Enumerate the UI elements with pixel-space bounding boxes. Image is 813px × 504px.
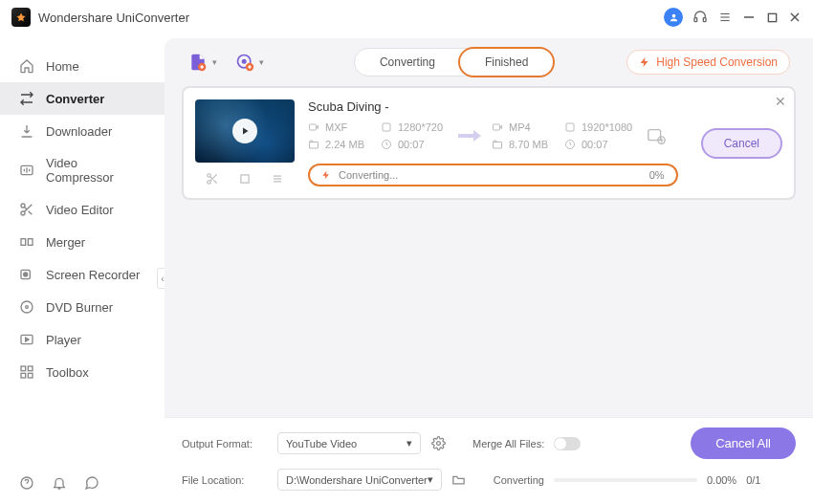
gear-icon[interactable] bbox=[430, 436, 446, 451]
minimize-icon[interactable] bbox=[742, 11, 756, 24]
disc-icon bbox=[19, 299, 34, 315]
user-avatar[interactable] bbox=[664, 8, 683, 27]
svg-rect-7 bbox=[768, 13, 776, 21]
merge-toggle[interactable] bbox=[554, 437, 581, 450]
maximize-icon[interactable] bbox=[765, 11, 779, 24]
merge-label: Merge All Files: bbox=[472, 438, 544, 449]
sidebar-item-merger[interactable]: Merger bbox=[0, 226, 165, 258]
app-logo bbox=[11, 8, 31, 27]
more-icon[interactable] bbox=[271, 172, 284, 186]
sidebar-item-recorder[interactable]: Screen Recorder bbox=[0, 258, 165, 291]
task-list: ✕ Scuba Diving - MXF bbox=[165, 86, 813, 417]
svg-rect-14 bbox=[28, 239, 33, 246]
sidebar-item-downloader[interactable]: Downloader bbox=[0, 115, 165, 147]
add-dvd-button[interactable] bbox=[234, 52, 255, 73]
sidebar-item-label: Toolbox bbox=[46, 365, 89, 380]
sidebar-item-label: Converter bbox=[46, 92, 104, 106]
svg-rect-22 bbox=[21, 373, 26, 378]
bottom-bar: Output Format: YouTube Video▾ Merge All … bbox=[165, 417, 813, 504]
record-icon bbox=[19, 267, 34, 282]
tab-finished[interactable]: Finished bbox=[458, 47, 555, 77]
main-panel: ▾ ▾ Converting Finished High Speed Conve… bbox=[165, 38, 813, 504]
svg-point-18 bbox=[26, 306, 29, 309]
svg-point-12 bbox=[21, 211, 25, 215]
svg-rect-39 bbox=[566, 123, 574, 131]
task-card: ✕ Scuba Diving - MXF bbox=[182, 86, 796, 200]
sidebar-item-label: Downloader bbox=[46, 124, 112, 139]
add-file-button[interactable] bbox=[187, 52, 209, 73]
file-specs: MXF 2.24 MB 1280*720 00:07 MP4 8.70 MB bbox=[308, 121, 678, 150]
sidebar-item-dvd[interactable]: DVD Burner bbox=[0, 291, 165, 323]
sidebar-item-home[interactable]: Home bbox=[0, 50, 165, 82]
sidebar-item-converter[interactable]: Converter bbox=[0, 82, 165, 115]
file-title: Scuba Diving - bbox=[308, 99, 678, 114]
sidebar-item-player[interactable]: Player bbox=[0, 323, 165, 356]
svg-point-27 bbox=[243, 60, 246, 63]
output-format-label: Output Format: bbox=[182, 438, 268, 449]
svg-rect-20 bbox=[21, 366, 26, 371]
overall-progress bbox=[554, 478, 697, 482]
file-location-label: File Location: bbox=[182, 474, 268, 486]
svg-point-43 bbox=[436, 442, 440, 446]
overall-count: 0/1 bbox=[746, 474, 760, 486]
cut-icon[interactable] bbox=[206, 172, 219, 186]
app-title: Wondershare UniConverter bbox=[38, 11, 189, 25]
download-icon bbox=[19, 123, 34, 139]
svg-rect-13 bbox=[21, 239, 26, 246]
sidebar-item-label: Video Compressor bbox=[46, 156, 145, 185]
close-icon[interactable]: ✕ bbox=[775, 94, 786, 109]
tab-converting[interactable]: Converting bbox=[355, 49, 460, 76]
headset-icon[interactable] bbox=[692, 10, 708, 25]
video-thumbnail[interactable] bbox=[195, 99, 295, 163]
converter-icon bbox=[19, 91, 34, 106]
compress-icon bbox=[19, 163, 34, 178]
sidebar-footer bbox=[0, 462, 165, 504]
sidebar: Home Converter Downloader Video Compress… bbox=[0, 34, 165, 504]
svg-rect-35 bbox=[310, 124, 317, 130]
progress-status: Converting... bbox=[339, 169, 398, 181]
bell-icon[interactable] bbox=[52, 475, 67, 491]
svg-rect-36 bbox=[383, 123, 390, 131]
sidebar-item-compressor[interactable]: Video Compressor bbox=[0, 147, 165, 193]
toolbar: ▾ ▾ Converting Finished High Speed Conve… bbox=[165, 38, 813, 86]
status-tabs: Converting Finished bbox=[354, 48, 554, 77]
sidebar-item-toolbox[interactable]: Toolbox bbox=[0, 356, 165, 388]
folder-icon[interactable] bbox=[451, 472, 467, 488]
arrow-right-icon bbox=[453, 128, 486, 143]
grid-icon bbox=[19, 364, 34, 380]
titlebar: Wondershare UniConverter bbox=[0, 0, 813, 34]
play-icon bbox=[19, 332, 34, 347]
svg-rect-31 bbox=[241, 175, 249, 183]
svg-point-17 bbox=[21, 301, 33, 313]
progress-percent: 0% bbox=[649, 169, 665, 181]
high-speed-label: High Speed Conversion bbox=[656, 55, 778, 69]
help-icon[interactable] bbox=[19, 475, 34, 491]
svg-rect-38 bbox=[494, 124, 500, 130]
file-location-select[interactable]: D:\Wondershare UniConverter▾ bbox=[277, 469, 442, 491]
chevron-down-icon[interactable]: ▾ bbox=[259, 57, 264, 67]
cancel-button[interactable]: Cancel bbox=[701, 128, 782, 159]
play-icon bbox=[232, 119, 257, 143]
merge-icon bbox=[19, 234, 34, 250]
svg-point-0 bbox=[671, 13, 675, 17]
chevron-down-icon: ▾ bbox=[428, 473, 433, 486]
output-format-select[interactable]: YouTube Video▾ bbox=[277, 432, 421, 454]
menu-icon[interactable] bbox=[717, 10, 733, 25]
crop-icon[interactable] bbox=[238, 172, 252, 186]
chevron-down-icon[interactable]: ▾ bbox=[212, 57, 217, 67]
output-settings-button[interactable] bbox=[646, 125, 667, 146]
sidebar-item-label: Screen Recorder bbox=[46, 268, 140, 282]
close-icon[interactable] bbox=[788, 11, 802, 24]
high-speed-button[interactable]: High Speed Conversion bbox=[626, 50, 790, 75]
bolt-icon bbox=[321, 170, 331, 180]
sidebar-item-editor[interactable]: Video Editor bbox=[0, 193, 165, 226]
sidebar-item-label: Merger bbox=[46, 235, 85, 250]
sidebar-item-label: Video Editor bbox=[46, 203, 114, 217]
cancel-all-button[interactable]: Cancel All bbox=[691, 427, 796, 459]
progress-bar: Converting... 0% bbox=[308, 164, 678, 186]
sidebar-item-label: Home bbox=[46, 59, 79, 74]
feedback-icon[interactable] bbox=[84, 475, 99, 491]
bolt-icon bbox=[639, 56, 650, 68]
sidebar-item-label: DVD Burner bbox=[46, 300, 113, 315]
svg-rect-2 bbox=[703, 18, 706, 22]
